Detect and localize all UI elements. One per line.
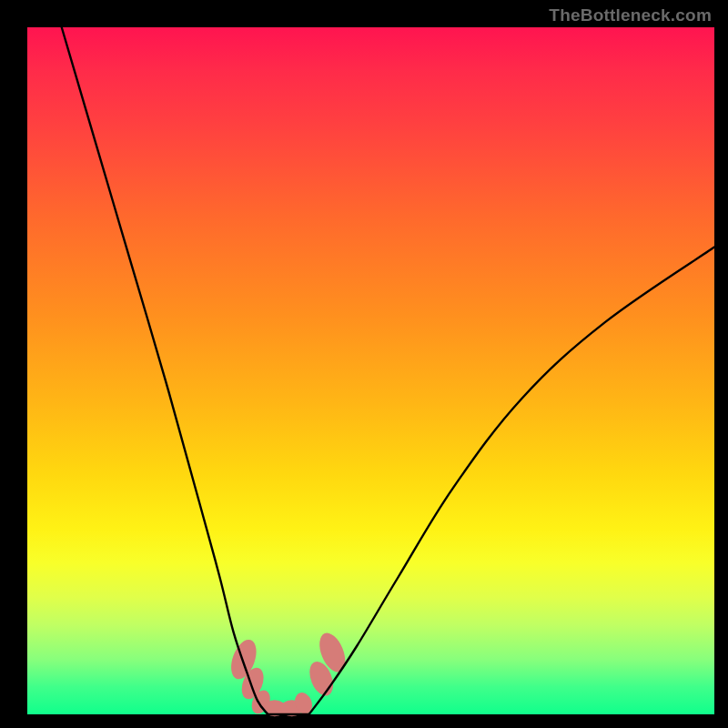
chart-curves-svg	[0, 0, 728, 728]
trough-blob-group	[227, 630, 350, 717]
series-right-curve	[309, 248, 714, 714]
chart-frame: TheBottleneck.com	[0, 0, 728, 728]
series-left-curve	[62, 27, 268, 714]
